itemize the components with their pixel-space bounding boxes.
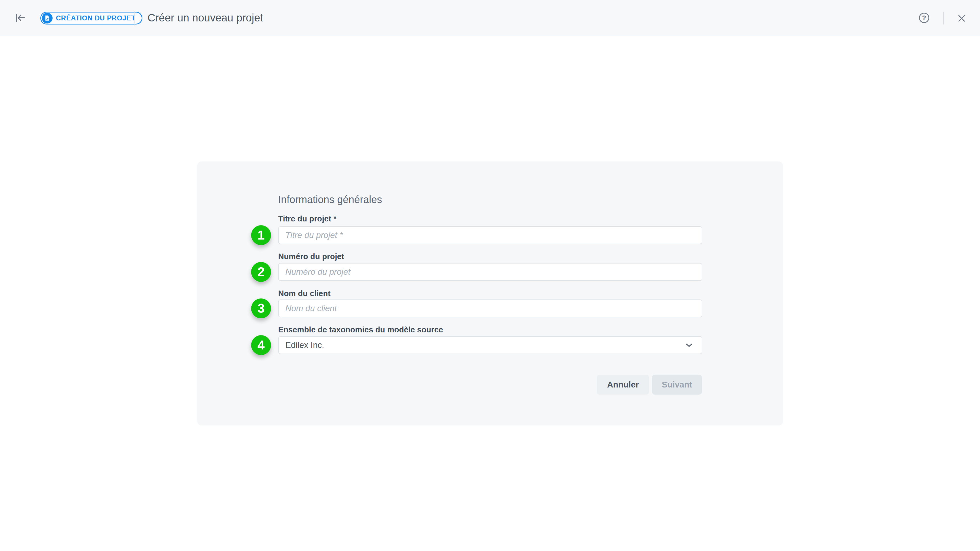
header-bar: CRÉATION DU PROJET Créer un nouveau proj…: [0, 0, 980, 36]
close-icon: [957, 14, 966, 23]
chevron-down-icon: [686, 343, 693, 347]
numero-du-projet-input[interactable]: [278, 263, 702, 281]
step-marker-3: 3: [251, 299, 271, 318]
header-divider: [135, 11, 135, 25]
field-label-titre-du-projet: Titre du projet *: [278, 214, 337, 224]
page-title: Créer un nouveau projet: [148, 0, 263, 36]
step-marker-4-number: 4: [258, 338, 265, 353]
help-button[interactable]: ?: [919, 13, 929, 23]
form-heading: Informations générales: [278, 194, 382, 205]
question-mark-icon: ?: [922, 14, 926, 21]
step-marker-1-number: 1: [258, 228, 265, 243]
nom-du-client-input[interactable]: [278, 300, 702, 318]
field-label-taxonomies: Ensemble de taxonomies du modèle source: [278, 325, 443, 334]
step-marker-2-number: 2: [258, 265, 265, 279]
close-button[interactable]: [956, 13, 967, 24]
step-marker-1: 1: [251, 225, 271, 245]
cancel-button[interactable]: Annuler: [597, 375, 649, 395]
next-button[interactable]: Suivant: [652, 375, 702, 395]
field-label-numero-du-projet: Numéro du projet: [278, 252, 344, 261]
project-creation-dialog: CRÉATION DU PROJET Créer un nouveau proj…: [0, 0, 980, 551]
collapse-left-icon: [14, 13, 26, 23]
taxonomies-select[interactable]: Edilex Inc.: [278, 336, 702, 354]
step-marker-3-number: 3: [258, 301, 265, 316]
badge-label: CRÉATION DU PROJET: [56, 14, 135, 22]
field-label-nom-du-client: Nom du client: [278, 289, 331, 298]
collapse-back-button[interactable]: [12, 10, 29, 26]
titre-du-projet-input[interactable]: [278, 226, 702, 244]
step-marker-2: 2: [251, 262, 271, 282]
edit-document-icon: [42, 13, 52, 24]
taxonomies-selected-value: Edilex Inc.: [285, 340, 324, 350]
header-divider: [943, 12, 944, 24]
creation-status-badge: CRÉATION DU PROJET: [40, 12, 142, 24]
step-marker-4: 4: [251, 335, 271, 355]
